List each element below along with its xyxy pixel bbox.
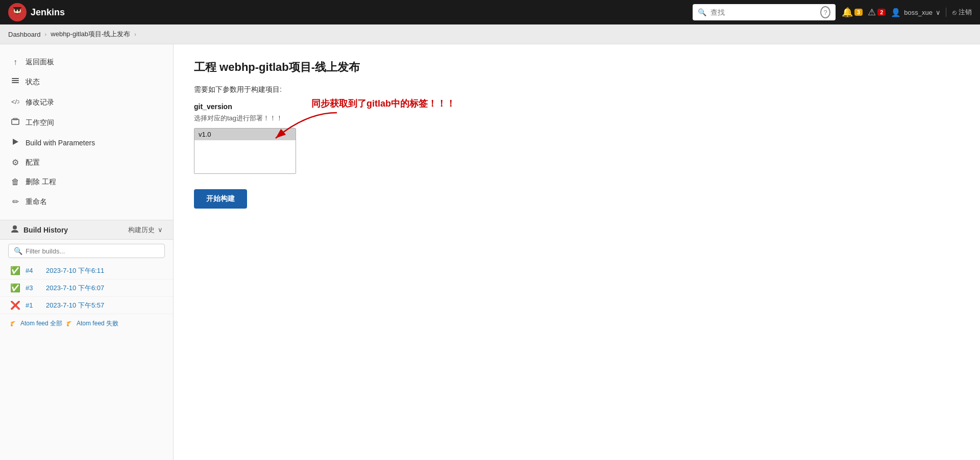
svg-rect-5 xyxy=(13,7,21,8)
breadcrumb-sep2: › xyxy=(134,31,136,37)
sidebar-label-delete: 删除 工程 xyxy=(26,177,56,187)
build-status-fail-icon: ❌ xyxy=(10,300,20,310)
atom-feed: Atom feed 全部 Atom feed 失败 xyxy=(0,314,173,333)
sidebar-item-configure[interactable]: ⚙ 配置 xyxy=(0,152,173,172)
build-history-chinese: 构建历史 xyxy=(128,225,155,235)
breadcrumb-dashboard[interactable]: Dashboard xyxy=(8,31,41,38)
build-history-section: Build History 构建历史 ∨ 🔍 ✅ #4 2023-7-10 下午… xyxy=(0,220,173,333)
play-icon xyxy=(10,138,20,147)
main-content: 工程 webhp-gitlab项目-线上发布 需要如下参数用于构建项目: git… xyxy=(174,44,980,460)
sidebar-item-status[interactable]: 状态 xyxy=(0,72,173,92)
logout-label: 注销 xyxy=(959,8,972,17)
sidebar-item-back[interactable]: ↑ 返回面板 xyxy=(0,53,173,72)
build-num-3[interactable]: #3 xyxy=(26,284,41,292)
build-history-title: Build History xyxy=(10,224,68,235)
build-status-ok-icon: ✅ xyxy=(10,266,20,275)
build-time-4[interactable]: 2023-7-10 下午6:11 xyxy=(46,266,163,275)
build-time-1[interactable]: 2023-7-10 下午5:57 xyxy=(46,301,163,310)
jenkins-icon xyxy=(8,3,27,21)
atom-fail-link[interactable]: Atom feed 失败 xyxy=(77,319,118,328)
filter-builds-input[interactable] xyxy=(26,247,159,255)
sidebar-label-rename: 重命名 xyxy=(26,197,47,207)
sidebar-item-build-with-params[interactable]: Build with Parameters xyxy=(0,133,173,152)
svg-marker-12 xyxy=(13,139,18,145)
sidebar-label-back: 返回面板 xyxy=(26,58,54,67)
atom-full-link[interactable]: Atom feed 全部 xyxy=(20,319,62,328)
breadcrumb-sep1: › xyxy=(45,31,47,37)
warning-icon: ⚠ xyxy=(868,7,876,18)
git-version-option-v1[interactable]: v1.0 xyxy=(194,129,296,140)
build-status-ok-icon-3: ✅ xyxy=(10,283,20,293)
arrow-up-icon: ↑ xyxy=(10,58,20,67)
sidebar-label-configure: 配置 xyxy=(26,158,40,167)
annotation-text: 同步获取到了gitlab中的标签！！！ xyxy=(311,97,455,110)
build-num-4[interactable]: #4 xyxy=(26,267,41,274)
page-title: 工程 webhp-gitlab项目-线上发布 xyxy=(194,60,960,75)
jenkins-logo[interactable]: Jenkins xyxy=(8,3,65,21)
svg-point-13 xyxy=(13,225,17,229)
bell-notification[interactable]: 🔔 3 xyxy=(842,7,863,18)
sidebar-label-changes: 修改记录 xyxy=(26,98,54,107)
bell-count: 3 xyxy=(854,9,863,16)
build-history-person-icon xyxy=(10,224,19,235)
jenkins-title: Jenkins xyxy=(31,7,65,18)
svg-text:</>: </> xyxy=(11,98,19,106)
workspace-icon xyxy=(10,118,20,128)
svg-point-15 xyxy=(67,324,69,326)
build-time-3[interactable]: 2023-7-10 下午6:07 xyxy=(46,284,163,293)
search-bar[interactable]: 🔍 ? xyxy=(693,4,836,20)
sidebar-item-rename[interactable]: ✏ 重命名 xyxy=(0,192,173,212)
warning-count: 2 xyxy=(877,9,886,16)
bell-icon: 🔔 xyxy=(842,7,853,18)
build-history-label: Build History xyxy=(23,226,68,234)
warning-notification[interactable]: ⚠ 2 xyxy=(868,7,886,18)
user-icon: 👤 xyxy=(891,8,901,17)
sidebar-item-changes[interactable]: </> 修改记录 xyxy=(0,92,173,113)
status-icon xyxy=(10,77,20,87)
trash-icon: 🗑 xyxy=(10,177,20,187)
user-chevron-icon: ∨ xyxy=(936,9,941,16)
build-history-subtitle: 构建历史 ∨ xyxy=(128,225,163,235)
annotation-area: 同步获取到了gitlab中的标签！！！ v1.0 xyxy=(194,128,296,184)
breadcrumb-project[interactable]: webhp-gitlab项目-线上发布 xyxy=(51,30,130,39)
svg-rect-8 xyxy=(12,82,19,83)
build-item-3: ✅ #3 2023-7-10 下午6:07 xyxy=(0,279,173,297)
build-item-4: ✅ #4 2023-7-10 下午6:11 xyxy=(0,262,173,279)
header: Jenkins 🔍 ? 🔔 3 ⚠ 2 👤 boss_xue ∨ ⎋ 注销 xyxy=(0,0,980,24)
sidebar-item-delete[interactable]: 🗑 删除 工程 xyxy=(0,172,173,192)
build-history-chevron-icon: ∨ xyxy=(158,226,163,234)
layout: ↑ 返回面板 状态 </> 修改记录 工作空间 Build with Para xyxy=(0,44,980,460)
form-description: 需要如下参数用于构建项目: xyxy=(194,85,960,94)
start-build-button[interactable]: 开始构建 xyxy=(194,189,247,209)
sidebar: ↑ 返回面板 状态 </> 修改记录 工作空间 Build with Para xyxy=(0,44,174,460)
build-item-1: ❌ #1 2023-7-10 下午5:57 xyxy=(0,297,173,314)
sidebar-label-workspace: 工作空间 xyxy=(26,118,54,127)
sidebar-label-build-with-params: Build with Parameters xyxy=(26,139,95,147)
sidebar-label-status: 状态 xyxy=(26,78,40,87)
filter-builds-container[interactable]: 🔍 xyxy=(8,244,165,258)
breadcrumb: Dashboard › webhp-gitlab项目-线上发布 › xyxy=(0,24,980,44)
build-history-header: Build History 构建历史 ∨ xyxy=(0,220,173,240)
param-desc-label: 选择对应的tag进行部署！！！ xyxy=(194,114,960,123)
svg-point-14 xyxy=(11,324,13,326)
search-icon: 🔍 xyxy=(698,8,706,16)
svg-rect-6 xyxy=(12,78,19,79)
pencil-icon: ✏ xyxy=(10,197,20,207)
sidebar-item-workspace[interactable]: 工作空间 xyxy=(0,113,173,133)
user-name: boss_xue xyxy=(904,9,933,16)
build-num-1[interactable]: #1 xyxy=(26,301,41,309)
help-icon[interactable]: ? xyxy=(820,6,830,18)
header-icons: 🔔 3 ⚠ 2 👤 boss_xue ∨ ⎋ 注销 xyxy=(842,7,972,18)
logout-button[interactable]: ⎋ 注销 xyxy=(946,8,972,17)
git-version-select[interactable]: v1.0 xyxy=(194,128,296,174)
user-menu[interactable]: 👤 boss_xue ∨ xyxy=(891,8,941,17)
logout-icon: ⎋ xyxy=(952,9,957,16)
search-input[interactable] xyxy=(710,8,816,16)
changes-icon: </> xyxy=(10,97,20,108)
svg-rect-7 xyxy=(12,80,19,81)
gear-icon: ⚙ xyxy=(10,158,20,167)
param-name-label: git_version xyxy=(194,103,960,111)
filter-search-icon: 🔍 xyxy=(14,247,22,255)
